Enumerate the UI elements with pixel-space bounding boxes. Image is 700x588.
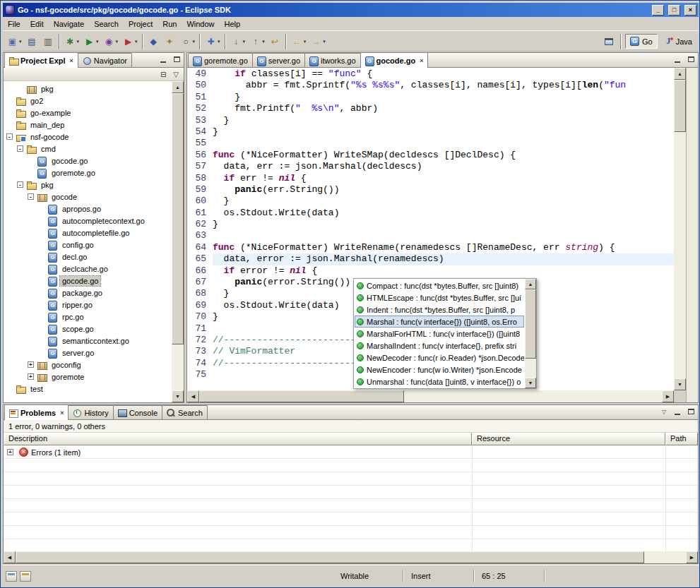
forward-button[interactable]: →▾ [308, 33, 328, 50]
tree-item-pkg[interactable]: pkg [4, 83, 172, 95]
completion-item-marshalindent[interactable]: MarshalIndent : func(v interface{}, pref… [355, 340, 524, 352]
tree-item-gocode-go[interactable]: gocode.go [4, 275, 172, 287]
tree-item-rpc-go[interactable]: rpc.go [4, 311, 172, 323]
perspective-java[interactable]: Java [659, 34, 697, 49]
debug-menu-arrow[interactable]: ▾ [77, 39, 80, 44]
minimize-view-button[interactable] [671, 54, 684, 65]
fast-view-icon[interactable] [6, 571, 17, 582]
print-button[interactable]: ▥ [40, 33, 57, 50]
close-tab-icon[interactable]: × [70, 57, 73, 64]
coverage-button[interactable]: ◉▾ [101, 33, 121, 50]
close-button[interactable]: × [684, 5, 696, 16]
collapse-icon[interactable]: - [17, 145, 23, 152]
code-line[interactable]: 51 } [187, 92, 674, 103]
completion-item-unmarshal[interactable]: Unmarshal : func(data []uint8, v interfa… [355, 376, 524, 388]
previous-annotation-button[interactable]: ↑▾ [247, 33, 267, 50]
completion-item-marshalforhtml[interactable]: MarshalForHTML : func(v interface{}) ([]… [355, 328, 524, 340]
close-tab-icon[interactable]: × [60, 409, 64, 416]
code-line[interactable]: 56func (*NiceFormatter) WriteSMap(declde… [187, 150, 674, 161]
completion-item-compact[interactable]: Compact : func(dst *bytes.Buffer, src []… [355, 280, 524, 292]
new-element-button[interactable]: ✚▾ [203, 33, 223, 50]
forward-menu-arrow[interactable]: ▾ [323, 39, 326, 44]
minimize-view-button[interactable] [671, 406, 684, 417]
editor-vertical-scrollbar[interactable]: ▲ ▼ [674, 68, 686, 390]
search-menu-arrow[interactable]: ▾ [193, 39, 196, 44]
code-line[interactable]: 55 [187, 138, 674, 149]
code-line[interactable]: 59 panic(err.String()) [187, 184, 674, 196]
tree-item-goremote[interactable]: +goremote [4, 371, 172, 383]
code-line[interactable]: 50 abbr = fmt.Sprintf("%s %s%s", classes… [187, 80, 674, 91]
tree-item-gocode[interactable]: -gocode [4, 191, 172, 203]
tree-item-decl-go[interactable]: decl.go [4, 251, 172, 263]
tree-item-goconfig[interactable]: +goconfig [4, 359, 172, 371]
code-line[interactable]: 66 if error != nil { [187, 265, 674, 277]
tree-item-test[interactable]: test [4, 383, 172, 395]
close-tab-icon[interactable]: × [420, 57, 423, 64]
menu-search[interactable]: Search [89, 18, 124, 30]
new-element-menu-arrow[interactable]: ▾ [218, 39, 220, 44]
scroll-down-button[interactable]: ▼ [525, 378, 536, 388]
run-menu-arrow[interactable]: ▾ [96, 39, 99, 44]
scroll-right-button[interactable]: ▶ [686, 551, 698, 563]
debug-button[interactable]: ✱▾ [62, 33, 82, 50]
scroll-down-button[interactable]: ▼ [172, 390, 184, 402]
tree-item-autocompletefile-go[interactable]: autocompletefile.go [4, 227, 172, 239]
expand-icon[interactable]: + [7, 449, 13, 455]
menu-edit[interactable]: Edit [25, 18, 49, 30]
view-tab-project-expl[interactable]: Project Expl× [4, 52, 78, 68]
scroll-up-button[interactable]: ▲ [525, 279, 536, 289]
tree-item-go-example[interactable]: go-example [4, 107, 172, 119]
problems-horizontal-scrollbar[interactable]: ◀ ▶ [4, 551, 698, 563]
editor-horizontal-scrollbar[interactable]: ◀ ▶ [187, 390, 674, 402]
maximize-view-button[interactable] [684, 54, 697, 65]
expand-icon[interactable]: + [28, 373, 34, 380]
column-header-resource[interactable]: Resource [472, 433, 665, 445]
tree-item-semanticcontext-go[interactable]: semanticcontext.go [4, 335, 172, 347]
perspective-go[interactable]: Go [625, 34, 658, 49]
tree-item-package-go[interactable]: package.go [4, 287, 172, 299]
code-line[interactable]: 65 data, error := json.Marshal(renamedes… [187, 253, 674, 265]
new-button[interactable]: ▣▾ [4, 33, 24, 50]
run-button[interactable]: ▶▾ [81, 33, 101, 50]
collapse-icon[interactable]: - [17, 181, 23, 188]
tree-item-scope-go[interactable]: scope.go [4, 323, 172, 335]
scroll-up-button[interactable]: ▲ [674, 68, 686, 80]
scrollbar-thumb[interactable] [674, 80, 686, 132]
completion-item-newdecoder[interactable]: NewDecoder : func(r io.Reader) *json.Dec… [355, 352, 524, 364]
next-annotation-button[interactable]: ↓▾ [228, 33, 248, 50]
tree-item-autocompletecontext-go[interactable]: autocompletecontext.go [4, 215, 172, 227]
tree-item-ripper-go[interactable]: ripper.go [4, 299, 172, 311]
previous-annotation-menu-arrow[interactable]: ▾ [262, 39, 265, 44]
scroll-down-button[interactable]: ▼ [674, 378, 686, 390]
collapse-icon[interactable]: - [28, 193, 34, 200]
problems-row-errors-1-item[interactable]: +Errors (1 item) [4, 445, 698, 459]
tree-item-server-go[interactable]: server.go [4, 347, 172, 359]
tree-item-declcache-go[interactable]: declcache.go [4, 263, 172, 275]
editor-tab-goremote-go[interactable]: goremote.go [188, 53, 253, 67]
completion-item-newencoder[interactable]: NewEncoder : func(w io.Writer) *json.Enc… [355, 364, 524, 376]
scrollbar-thumb[interactable] [16, 551, 644, 563]
view-tab-console[interactable]: Console [113, 405, 162, 419]
menu-window[interactable]: Window [182, 18, 219, 30]
scroll-up-button[interactable]: ▲ [172, 81, 184, 93]
minimize-view-button[interactable] [157, 54, 170, 65]
code-line[interactable]: 54} [187, 126, 674, 138]
editor-tab-server-go[interactable]: server.go [252, 53, 305, 67]
scrollbar-thumb[interactable] [525, 289, 536, 359]
menu-project[interactable]: Project [124, 18, 158, 30]
scroll-left-button[interactable]: ◀ [4, 551, 16, 563]
expand-icon[interactable]: + [28, 361, 34, 368]
completion-item-indent[interactable]: Indent : func(dst *bytes.Buffer, src []u… [355, 304, 524, 316]
scroll-right-button[interactable]: ▶ [662, 390, 674, 402]
code-line[interactable]: 60 } [187, 196, 674, 207]
code-line[interactable]: 62} [187, 219, 674, 230]
tree-item-nsf-gocode[interactable]: -nsf-gocode [4, 131, 172, 143]
menu-run[interactable]: Run [158, 18, 182, 30]
minimize-button[interactable]: _ [652, 5, 664, 16]
tree-item-config-go[interactable]: config.go [4, 239, 172, 251]
code-line[interactable]: 63 [187, 230, 674, 241]
code-line[interactable]: 52 fmt.Printf(" %s\n", abbr) [187, 103, 674, 114]
code-line[interactable]: 58 if err != nil { [187, 173, 674, 184]
code-line[interactable]: 49 if classes[i] == "func" { [187, 68, 674, 80]
column-header-path[interactable]: Path [665, 433, 698, 445]
